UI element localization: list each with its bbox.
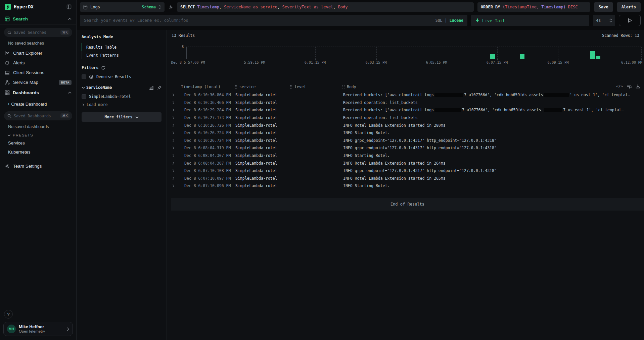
sidebar-item-dashboards[interactable]: Dashboards: [0, 87, 76, 98]
log-row[interactable]: Dec 8 6:10:27.173 PMSimpleLambda-rotelRe…: [171, 114, 644, 122]
row-expand-icon[interactable]: [171, 108, 181, 112]
log-row[interactable]: Dec 8 6:10:26.726 PMSimpleLambda-rotelIN…: [171, 121, 644, 129]
analysis-mode-event-patterns[interactable]: Event Patterns: [82, 51, 162, 59]
save-button[interactable]: Save: [594, 2, 613, 12]
alerts-button[interactable]: Alerts: [617, 2, 641, 12]
sidebar-item-client-sessions[interactable]: Client Sessions: [0, 68, 76, 77]
chart-explorer-label: Chart Explorer: [13, 51, 42, 56]
sql-mode-toggle[interactable]: SQL: [435, 18, 443, 23]
drag-grip-icon[interactable]: [342, 85, 345, 89]
query-settings-gear-icon[interactable]: [168, 5, 173, 10]
col-header-level[interactable]: level: [290, 84, 342, 89]
facet-chart-icon[interactable]: [149, 86, 154, 90]
sidebar-item-chart-explorer[interactable]: Chart Explorer: [0, 48, 76, 58]
col-header-service[interactable]: service: [235, 84, 290, 89]
col-header-body[interactable]: Body: [342, 84, 644, 89]
row-expand-icon[interactable]: [171, 131, 181, 134]
log-row[interactable]: Dec 8 6:10:29.284 PMSimpleLambda-rotelRe…: [171, 106, 644, 114]
row-expand-icon[interactable]: [171, 162, 181, 165]
col-header-timestamp[interactable]: Timestamp (Local): [181, 84, 235, 89]
create-dashboard-button[interactable]: + Create Dashboard: [0, 98, 76, 108]
refresh-icon[interactable]: [101, 66, 105, 70]
histogram-bar[interactable]: [520, 54, 524, 59]
search-placeholder: Search your events w/ Lucene ex. column:…: [84, 18, 433, 23]
log-row[interactable]: Dec 8 6:07:10.096 PMSimpleLambda-rotelIN…: [171, 182, 644, 190]
refresh-interval-select[interactable]: 4s: [593, 15, 615, 26]
scanned-rows: Scanned Rows: 13: [602, 33, 639, 38]
row-expand-icon[interactable]: [171, 116, 181, 119]
facet-value-checkbox[interactable]: [82, 94, 86, 99]
sidebar-item-service-map[interactable]: Service Map BETA: [0, 77, 76, 87]
histogram-bar[interactable]: [596, 56, 600, 59]
sidebar-item-team-settings[interactable]: Team Settings: [0, 161, 76, 171]
source-label: Logs: [90, 5, 139, 9]
row-expand-icon[interactable]: [171, 184, 181, 187]
sidebar-item-alerts[interactable]: Alerts: [0, 58, 76, 68]
code-view-icon[interactable]: </>: [616, 84, 623, 89]
cell-body: INFO grpc_endpoint="127.0.0.1:4317" http…: [342, 168, 644, 173]
row-expand-icon[interactable]: [171, 101, 181, 104]
row-expand-icon[interactable]: [171, 169, 181, 172]
histogram-bar[interactable]: [490, 54, 495, 59]
denoise-checkbox[interactable]: [82, 74, 86, 79]
schema-link[interactable]: Schema: [142, 5, 156, 9]
saved-searches-input[interactable]: Saved Searches ⌘K: [4, 28, 72, 37]
cell-timestamp: Dec 8 6:10:26.724 PM: [181, 130, 235, 135]
row-expand-icon[interactable]: [171, 139, 181, 142]
log-row[interactable]: Dec 8 6:07:10.097 PMSimpleLambda-rotelIN…: [171, 175, 644, 182]
pin-icon[interactable]: [157, 86, 162, 90]
log-row[interactable]: Dec 8 6:10:26.724 PMSimpleLambda-rotelIN…: [171, 137, 644, 145]
row-expand-icon[interactable]: [171, 154, 181, 157]
log-row[interactable]: Dec 8 6:10:36.864 PMSimpleLambda-rotelRe…: [171, 91, 644, 99]
row-expand-icon[interactable]: [171, 177, 181, 180]
events-histogram: 8 Dec 8 5:57:00 PM5:59:15 PM6:01:15 PM6:…: [186, 47, 641, 66]
download-icon[interactable]: [636, 84, 640, 89]
row-expand-icon[interactable]: [171, 93, 181, 97]
log-row[interactable]: Dec 8 6:08:04.307 PMSimpleLambda-rotelIN…: [171, 159, 644, 167]
drag-grip-icon[interactable]: [290, 85, 292, 89]
select-clause-input[interactable]: SELECT Timestamp, ServiceName as service…: [177, 2, 474, 12]
more-filters-button[interactable]: More filters: [82, 112, 162, 122]
log-row[interactable]: Dec 8 6:07:10.108 PMSimpleLambda-rotelIN…: [171, 167, 644, 175]
cell-service: SimpleLambda-rotel: [235, 123, 290, 128]
log-row[interactable]: Dec 8 6:10:36.466 PMSimpleLambda-rotelRe…: [171, 99, 644, 107]
cell-service: SimpleLambda-rotel: [235, 146, 290, 150]
analysis-mode-results-table[interactable]: Results Table: [82, 43, 162, 51]
preset-item-services[interactable]: Services: [0, 138, 76, 148]
event-search-input[interactable]: Search your events w/ Lucene ex. column:…: [80, 15, 467, 26]
chevron-right-icon: [82, 103, 84, 106]
lucene-mode-toggle[interactable]: Lucene: [449, 18, 463, 23]
saved-searches-placeholder: Saved Searches: [14, 30, 58, 35]
facet-value-simplelambda-rotel[interactable]: SimpleLambda-rotel: [82, 94, 162, 99]
log-row[interactable]: Dec 8 6:08:04.319 PMSimpleLambda-rotelIN…: [171, 144, 644, 152]
sidebar-item-search[interactable]: Search: [0, 13, 76, 24]
source-select[interactable]: Logs Schema: [80, 2, 165, 12]
gridline: [315, 47, 316, 59]
gear-icon: [5, 164, 10, 169]
preset-item-kubernetes[interactable]: Kubernetes: [0, 148, 76, 157]
order-by-input[interactable]: ORDER BY (TimestampTime, Timestamp) DESC: [477, 2, 590, 12]
select-expression: Timestamp, ServiceName as service, Sever…: [197, 5, 348, 9]
help-button[interactable]: ?: [4, 310, 13, 319]
facet-servicename[interactable]: ServiceName: [82, 85, 162, 90]
query-segment: DESC: [566, 5, 578, 9]
chevron-down-icon: [135, 116, 139, 118]
log-row[interactable]: Dec 8 6:10:26.724 PMSimpleLambda-rotelIN…: [171, 129, 644, 137]
histogram-bar[interactable]: [590, 51, 595, 59]
x-axis-label: 6:01:15 PM: [305, 60, 326, 64]
denoise-results-toggle[interactable]: Denoise Results: [82, 74, 162, 79]
user-menu[interactable]: MH Mike Heffner OpenTelemetry: [3, 322, 73, 336]
drag-grip-icon[interactable]: [235, 85, 237, 89]
sidebar-collapse-icon[interactable]: [66, 4, 72, 9]
live-tail-button[interactable]: Live Tail: [471, 15, 589, 26]
play-button[interactable]: [619, 15, 641, 26]
row-expand-icon[interactable]: [171, 146, 181, 150]
wrap-lines-icon[interactable]: [627, 84, 632, 89]
log-row[interactable]: Dec 8 6:08:04.307 PMSimpleLambda-rotelIN…: [171, 152, 644, 160]
cell-body: INFO Starting Rotel.: [342, 183, 644, 188]
query-segment: Body: [338, 5, 348, 9]
row-expand-icon[interactable]: [171, 124, 181, 127]
saved-dashboards-input[interactable]: Saved Dashboards ⌘K: [4, 111, 72, 120]
load-more-button[interactable]: Load more: [82, 102, 162, 107]
presets-toggle[interactable]: PRESETS: [0, 130, 76, 138]
